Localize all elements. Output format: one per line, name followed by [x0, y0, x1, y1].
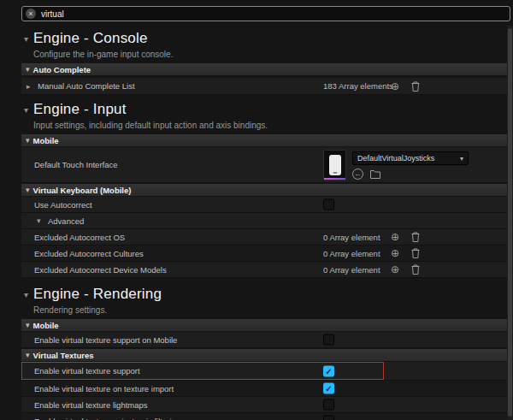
- category-auto-complete[interactable]: ▾ Auto Complete: [21, 63, 507, 76]
- vt-lightmaps-checkbox[interactable]: ✓: [323, 399, 334, 411]
- vt-support-checkbox[interactable]: ✓: [323, 365, 334, 376]
- dropdown-value: DefaultVirtualJoysticks: [357, 154, 434, 163]
- row-label: Default Touch Interface: [34, 160, 118, 169]
- delete-elements-button[interactable]: [411, 248, 420, 258]
- use-selected-asset-icon[interactable]: ←: [352, 169, 363, 180]
- section-engine-input: ▾ Engine - Input: [21, 100, 507, 119]
- caret-down-icon[interactable]: ▾: [26, 136, 30, 145]
- array-count: 183 Array elements: [323, 81, 393, 91]
- touch-interface-thumbnail[interactable]: [323, 150, 346, 180]
- check-icon: ✓: [324, 384, 333, 393]
- category-label: Mobile: [33, 136, 59, 145]
- caret-down-icon[interactable]: ▾: [26, 65, 30, 74]
- caret-down-icon[interactable]: ▾: [24, 290, 28, 299]
- row-label: Manual Auto Complete List: [38, 81, 135, 91]
- section-subtitle: Rendering settings.: [21, 305, 507, 316]
- settings-content: ▾ Engine - Console Configure the in-game…: [21, 0, 507, 420]
- scrollbar-track[interactable]: [507, 26, 513, 420]
- section-subtitle: Configure the in-game input console.: [21, 50, 507, 60]
- add-element-button[interactable]: ⊕: [391, 81, 399, 92]
- category-label: Mobile: [33, 321, 59, 330]
- trash-icon: [411, 81, 420, 92]
- asset-action-icons: ←: [352, 169, 469, 180]
- category-virtual-keyboard[interactable]: ▾ Virtual Keyboard (Mobile): [21, 184, 507, 197]
- add-element-button[interactable]: ⊕: [391, 232, 399, 242]
- row-default-touch-interface: Default Touch Interface DefaultVirtualJo…: [21, 147, 507, 183]
- vt-import-checkbox[interactable]: ✓: [323, 383, 334, 394]
- browse-to-asset-icon[interactable]: [369, 169, 381, 180]
- chevron-down-icon: ▾: [460, 155, 463, 163]
- trash-icon: [411, 264, 420, 275]
- row-excluded-autocorrect-cultures: Excluded Autocorrect Cultures 0 Array el…: [21, 245, 507, 262]
- check-icon: ✓: [324, 366, 333, 376]
- section-engine-console: ▾ Engine - Console: [21, 29, 507, 48]
- trash-icon: [411, 232, 420, 242]
- asset-type-color-bar: [324, 178, 345, 180]
- caret-down-icon[interactable]: ▾: [24, 34, 28, 44]
- category-label: Auto Complete: [33, 65, 91, 74]
- category-mobile-input[interactable]: ▾ Mobile: [21, 134, 507, 147]
- phone-icon: [329, 155, 341, 175]
- row-label: Enable virtual texture support on Mobile: [34, 335, 177, 345]
- caret-down-icon[interactable]: ▾: [26, 186, 30, 194]
- row-label: Enable virtual texture anisotropic filte…: [34, 417, 180, 420]
- section-title: Engine - Rendering: [33, 285, 162, 304]
- array-count: 0 Array element: [323, 249, 380, 258]
- section-subtitle: Input settings, including default input …: [21, 121, 507, 131]
- delete-elements-button[interactable]: [411, 232, 420, 242]
- touch-interface-dropdown[interactable]: DefaultVirtualJoysticks ▾: [352, 151, 469, 165]
- row-label: Enable virtual texture support: [34, 366, 140, 376]
- expand-caret-icon[interactable]: ▸: [27, 82, 34, 91]
- row-enable-vt-support-mobile: Enable virtual texture support on Mobile…: [21, 332, 507, 348]
- row-manual-auto-complete-list: ▸ Manual Auto Complete List 183 Array el…: [21, 78, 507, 95]
- add-element-button[interactable]: ⊕: [391, 264, 399, 275]
- asset-picker: DefaultVirtualJoysticks ▾ ←: [352, 151, 469, 180]
- advanced-expander[interactable]: ▾ Advanced: [21, 213, 507, 229]
- caret-down-icon[interactable]: ▾: [26, 321, 30, 329]
- section-engine-rendering: ▾ Engine - Rendering: [21, 285, 507, 304]
- scrollbar-thumb[interactable]: [508, 28, 512, 417]
- row-enable-vt-anisotropic-filtering: Enable virtual texture anisotropic filte…: [21, 413, 507, 420]
- row-label: Advanced: [48, 216, 84, 226]
- caret-down-icon[interactable]: ▾: [26, 351, 30, 359]
- row-enable-vt-lightmaps: Enable virtual texture lightmaps ✓: [21, 397, 507, 413]
- delete-elements-button[interactable]: [411, 81, 420, 92]
- row-label: Excluded Autocorrect OS: [34, 233, 125, 242]
- row-use-autocorrect: Use Autocorrect ✓: [21, 197, 507, 213]
- array-count: 0 Array element: [323, 265, 380, 275]
- row-label: Excluded Autocorrect Cultures: [34, 249, 144, 258]
- caret-down-icon[interactable]: ▾: [37, 216, 44, 225]
- category-virtual-textures[interactable]: ▾ Virtual Textures: [21, 349, 507, 362]
- category-label: Virtual Keyboard (Mobile): [33, 186, 132, 195]
- row-label: Use Autocorrect: [34, 200, 92, 210]
- category-label: Virtual Textures: [33, 351, 94, 360]
- section-title: Engine - Console: [33, 29, 148, 48]
- row-excluded-autocorrect-device-models: Excluded Autocorrect Device Models 0 Arr…: [21, 262, 507, 278]
- array-count: 0 Array element: [323, 233, 380, 242]
- folder-icon: [369, 169, 381, 180]
- caret-down-icon[interactable]: ▾: [24, 105, 28, 115]
- row-excluded-autocorrect-os: Excluded Autocorrect OS 0 Array element …: [21, 229, 507, 245]
- row-enable-vt-on-texture-import: Enable virtual texture on texture import…: [21, 381, 507, 397]
- add-element-button[interactable]: ⊕: [391, 248, 399, 258]
- trash-icon: [411, 248, 420, 258]
- row-enable-virtual-texture-support: Enable virtual texture support ✓: [21, 362, 507, 381]
- vt-aniso-checkbox[interactable]: ✓: [323, 416, 334, 420]
- section-title: Engine - Input: [33, 100, 127, 119]
- use-autocorrect-checkbox[interactable]: ✓: [323, 199, 334, 210]
- project-settings-panel: × virtual ▾ Engine - Console Configure t…: [0, 0, 513, 420]
- vt-mobile-checkbox[interactable]: ✓: [323, 334, 334, 346]
- delete-elements-button[interactable]: [411, 264, 420, 275]
- row-label: Enable virtual texture lightmaps: [34, 400, 148, 410]
- row-label: Enable virtual texture on texture import: [34, 384, 174, 393]
- row-label: Excluded Autocorrect Device Models: [34, 265, 167, 275]
- category-mobile-rendering[interactable]: ▾ Mobile: [21, 319, 507, 332]
